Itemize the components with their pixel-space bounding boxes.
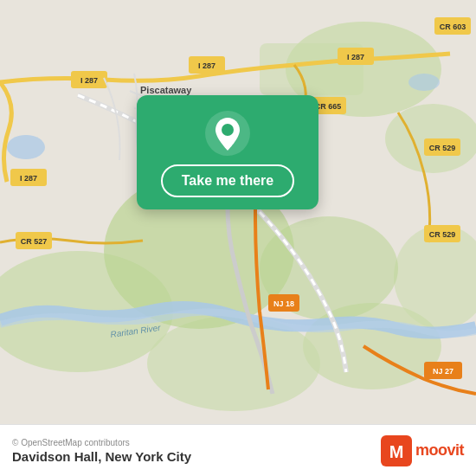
map-container: I 287 I 287 I 287 I 287 CR 603 CR 665 NJ… bbox=[0, 0, 476, 424]
location-name: Davidson Hall, New York City bbox=[12, 449, 191, 464]
svg-text:CR 665: CR 665 bbox=[315, 102, 342, 111]
moovit-icon: M bbox=[381, 435, 412, 466]
svg-text:I 287: I 287 bbox=[20, 174, 37, 183]
moovit-logo: M moovit bbox=[381, 435, 464, 466]
svg-text:CR 529: CR 529 bbox=[429, 144, 456, 152]
svg-text:CR 603: CR 603 bbox=[440, 23, 466, 31]
take-me-there-button[interactable]: Take me there bbox=[161, 164, 294, 197]
svg-text:NJ 27: NJ 27 bbox=[433, 367, 453, 376]
bottom-left: © OpenStreetMap contributors Davidson Ha… bbox=[12, 438, 191, 464]
svg-text:CR 527: CR 527 bbox=[21, 237, 48, 246]
popup-card: Take me there bbox=[137, 95, 318, 209]
copyright-text: © OpenStreetMap contributors bbox=[12, 438, 191, 447]
svg-text:I 287: I 287 bbox=[347, 53, 364, 61]
bottom-bar: © OpenStreetMap contributors Davidson Ha… bbox=[0, 424, 476, 476]
svg-text:Piscataway: Piscataway bbox=[140, 85, 192, 95]
location-pin-icon bbox=[205, 111, 250, 156]
svg-text:I 287: I 287 bbox=[198, 61, 215, 70]
svg-point-11 bbox=[408, 74, 440, 91]
svg-text:NJ 18: NJ 18 bbox=[273, 299, 294, 308]
moovit-wordmark: moovit bbox=[415, 441, 464, 460]
map-svg: I 287 I 287 I 287 I 287 CR 603 CR 665 NJ… bbox=[0, 0, 476, 424]
svg-point-10 bbox=[7, 135, 45, 159]
svg-text:M: M bbox=[389, 442, 404, 461]
svg-text:I 287: I 287 bbox=[80, 76, 98, 85]
svg-text:CR 529: CR 529 bbox=[429, 230, 456, 239]
svg-point-39 bbox=[222, 124, 234, 136]
